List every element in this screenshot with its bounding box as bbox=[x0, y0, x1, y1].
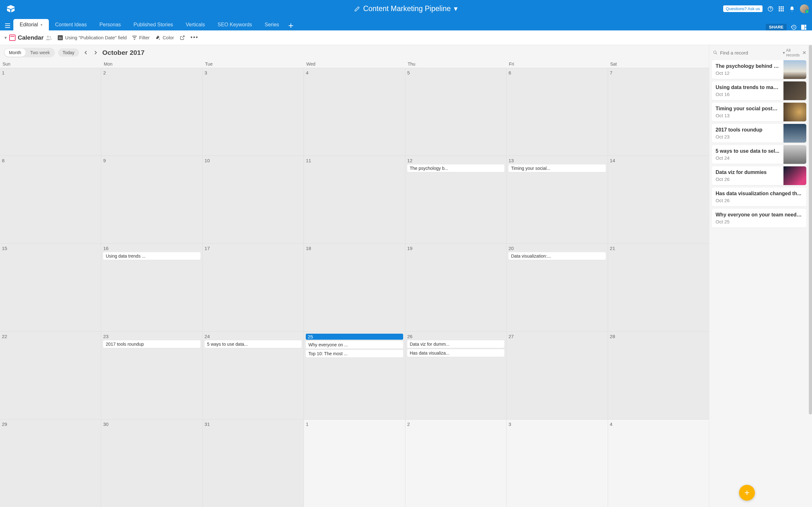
record-card[interactable]: Data viz for dummiesOct 26 bbox=[712, 166, 806, 185]
today-button[interactable]: Today bbox=[58, 49, 79, 57]
calendar-cell[interactable]: 4 bbox=[304, 68, 405, 156]
record-thumbnail bbox=[783, 81, 806, 100]
calendar-cell[interactable]: 12The psychology b... bbox=[405, 156, 506, 243]
record-date: Oct 12 bbox=[716, 70, 780, 76]
record-card[interactable]: Why everyone on your team needs...Oct 25 bbox=[712, 209, 806, 228]
calendar-event[interactable]: Using data trends ... bbox=[103, 252, 200, 260]
history-icon[interactable] bbox=[791, 24, 797, 30]
record-card[interactable]: Timing your social posts ...Oct 13 bbox=[712, 103, 806, 121]
calendar-cell[interactable]: 16Using data trends ... bbox=[101, 244, 202, 331]
field-config[interactable]: 31 Using "Publication Date" field bbox=[58, 35, 126, 40]
calendar-cell[interactable]: 10 bbox=[203, 156, 304, 243]
calendar-cell[interactable]: 1 bbox=[304, 419, 405, 507]
tab-series[interactable]: Series bbox=[258, 19, 286, 31]
external-link-button[interactable] bbox=[180, 35, 185, 40]
calendar-cell[interactable]: 25Why everyone on ...Top 10: The most ..… bbox=[304, 332, 405, 419]
svg-rect-5 bbox=[780, 8, 782, 9]
calendar-cell[interactable]: 7 bbox=[608, 68, 709, 156]
calendar-cell[interactable]: 22 bbox=[0, 332, 101, 419]
record-card[interactable]: Using data trends to man...Oct 16 bbox=[712, 81, 806, 100]
tab-personas[interactable]: Personas bbox=[93, 19, 127, 31]
calendar-cell[interactable]: 21 bbox=[608, 244, 709, 331]
date-field-icon: 31 bbox=[58, 35, 63, 40]
prev-button[interactable] bbox=[82, 49, 89, 56]
questions-button[interactable]: Questions? Ask us bbox=[723, 5, 763, 12]
calendar-cell[interactable]: 17 bbox=[203, 244, 304, 331]
tab-seo-keywords[interactable]: SEO Keywords bbox=[211, 19, 258, 31]
calendar-cell[interactable]: 1 bbox=[0, 68, 101, 156]
record-card[interactable]: Has data visualization changed th...Oct … bbox=[712, 187, 806, 206]
calendar-cell[interactable]: 27 bbox=[507, 332, 607, 419]
scrollbar[interactable] bbox=[809, 45, 812, 507]
calendar-cell[interactable]: 18 bbox=[304, 244, 405, 331]
calendar-event[interactable]: Has data visualiza... bbox=[407, 349, 504, 357]
calendar-event[interactable]: 5 ways to use data... bbox=[205, 340, 302, 348]
calendar-cell[interactable]: 245 ways to use data... bbox=[203, 332, 304, 419]
add-record-fab[interactable]: + bbox=[739, 485, 755, 501]
search-input[interactable] bbox=[720, 50, 780, 55]
record-thumbnail bbox=[783, 145, 806, 164]
color-button[interactable]: Color bbox=[155, 35, 174, 40]
day-number: 25 bbox=[306, 334, 403, 340]
calendar-cell[interactable]: 26Data viz for dumm...Has data visualiza… bbox=[405, 332, 506, 419]
calendar-cell[interactable]: 6 bbox=[507, 68, 607, 156]
calendar-cell[interactable]: 8 bbox=[0, 156, 101, 243]
view-switcher[interactable]: ▾ Calendar bbox=[4, 34, 52, 41]
tab-verticals[interactable]: Verticals bbox=[180, 19, 211, 31]
calendar-event[interactable]: Timing your social... bbox=[508, 164, 606, 172]
tab-content-ideas[interactable]: Content Ideas bbox=[49, 19, 93, 31]
app-logo[interactable] bbox=[6, 5, 15, 13]
share-button[interactable]: SHARE bbox=[766, 24, 786, 31]
tab-editorial[interactable]: Editorial▾ bbox=[13, 19, 49, 31]
calendar-cell[interactable]: 29 bbox=[0, 419, 101, 507]
calendar-event[interactable]: Why everyone on ... bbox=[306, 341, 403, 349]
tab-published-stories[interactable]: Published Stories bbox=[127, 19, 180, 31]
record-thumbnail bbox=[783, 60, 806, 79]
calendar-event[interactable]: The psychology b... bbox=[407, 164, 504, 172]
day-number: 10 bbox=[205, 158, 302, 163]
close-icon[interactable]: ✕ bbox=[802, 50, 806, 56]
calendar-cell[interactable]: 14 bbox=[608, 156, 709, 243]
record-date: Oct 24 bbox=[716, 155, 780, 161]
calendar-cell[interactable]: 30 bbox=[101, 419, 202, 507]
calendar-cell[interactable]: 13Timing your social... bbox=[507, 156, 607, 243]
filter-button[interactable]: Filter bbox=[132, 35, 149, 40]
calendar-cell[interactable]: 3 bbox=[507, 419, 607, 507]
segment-month[interactable]: Month bbox=[4, 49, 26, 57]
record-card[interactable]: 5 ways to use data to sel...Oct 24 bbox=[712, 145, 806, 164]
menu-icon[interactable] bbox=[2, 21, 13, 31]
calendar-cell[interactable]: 2 bbox=[101, 68, 202, 156]
calendar-event[interactable]: Data visualization:... bbox=[508, 252, 606, 260]
apps-icon[interactable] bbox=[778, 6, 784, 12]
calendar-cell[interactable]: 11 bbox=[304, 156, 405, 243]
bell-icon[interactable] bbox=[789, 6, 795, 12]
calendar-event[interactable]: Top 10: The most ... bbox=[306, 350, 403, 357]
filter-dropdown[interactable]: ▾ All records bbox=[783, 48, 800, 57]
calendar-cell[interactable]: 31 bbox=[203, 419, 304, 507]
calendar-cell[interactable]: 9 bbox=[101, 156, 202, 243]
calendar-event[interactable]: 2017 tools roundup bbox=[103, 340, 200, 348]
help-icon[interactable] bbox=[768, 6, 773, 12]
calendar-cell[interactable]: 15 bbox=[0, 244, 101, 331]
layout-icon[interactable] bbox=[801, 25, 806, 30]
more-button[interactable]: ••• bbox=[191, 34, 199, 41]
avatar[interactable] bbox=[800, 4, 809, 13]
calendar-cell[interactable]: 28 bbox=[608, 332, 709, 419]
calendar-cell[interactable]: 4 bbox=[608, 419, 709, 507]
add-tab-button[interactable] bbox=[286, 21, 296, 31]
calendar-event[interactable]: Data viz for dumm... bbox=[407, 340, 504, 348]
calendar-cell[interactable]: 20Data visualization:... bbox=[507, 244, 607, 331]
doc-title[interactable]: Content Marketing Pipeline ▾ bbox=[354, 4, 458, 13]
svg-rect-8 bbox=[780, 10, 782, 11]
record-card[interactable]: The psychology behind d...Oct 12 bbox=[712, 60, 806, 79]
svg-rect-24 bbox=[134, 39, 135, 40]
calendar-cell[interactable]: 232017 tools roundup bbox=[101, 332, 202, 419]
calendar-cell[interactable]: 5 bbox=[405, 68, 506, 156]
calendar-cell[interactable]: 19 bbox=[405, 244, 506, 331]
next-button[interactable] bbox=[92, 49, 99, 56]
record-card[interactable]: 2017 tools roundupOct 23 bbox=[712, 124, 806, 143]
calendar-cell[interactable]: 2 bbox=[405, 419, 506, 507]
svg-rect-7 bbox=[779, 10, 780, 11]
calendar-cell[interactable]: 3 bbox=[203, 68, 304, 156]
segment-twoweek[interactable]: Two week bbox=[26, 49, 54, 57]
